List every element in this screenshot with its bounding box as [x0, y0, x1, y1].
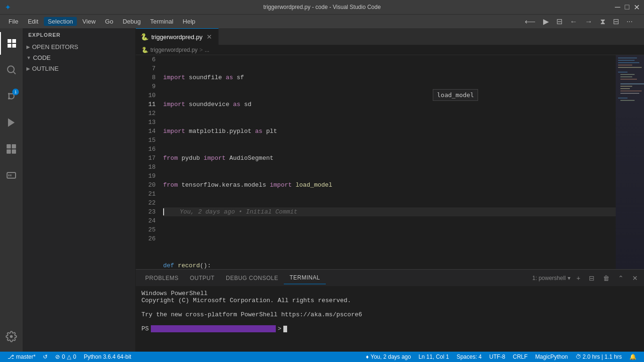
activity-source-control[interactable]: 1 [0, 85, 23, 107]
line-num-21: 21 [140, 189, 156, 198]
code-line-13: def record(): [163, 261, 616, 269]
minimize-button[interactable]: ─ [615, 4, 620, 10]
previous-change-button[interactable]: ← [567, 16, 580, 27]
code-line-7: import sounddevice as sd [163, 100, 616, 109]
close-button[interactable]: ✕ [634, 4, 639, 10]
panel-controls: 1: powershell ▾ + ⊟ 🗑 ⌃ ✕ [532, 273, 640, 283]
status-bar: ⎇ master* ↺ ⊘ 0 △ 0 Python 3.6.4 64-bit … [0, 352, 644, 362]
run-button[interactable]: ▶ [540, 16, 552, 27]
panel-tab-terminal[interactable]: TERMINAL [284, 272, 326, 284]
svg-rect-26 [620, 90, 642, 91]
split-editor-button[interactable]: ⊟ [610, 16, 622, 27]
source-control-badge: 1 [12, 89, 19, 95]
status-time[interactable]: ⏱ 2.0 hrs | 1.1 hrs [572, 352, 626, 362]
terminal-prompt: PS > [141, 325, 638, 332]
svg-rect-28 [618, 98, 627, 99]
eol-text: CRLF [513, 354, 528, 360]
status-spaces[interactable]: Spaces: 4 [453, 352, 485, 362]
vscode-icon: ✦ [5, 3, 11, 12]
status-errors[interactable]: ⊘ 0 △ 0 [51, 352, 80, 362]
terminal-selector[interactable]: 1: powershell ▾ [532, 275, 570, 281]
status-notifications[interactable]: 🔔 [626, 352, 640, 362]
toolbar-area: ⟵ ▶ ⊟ ← → ⧗ ⊟ ··· [522, 16, 639, 27]
line-num-20: 20 [140, 181, 156, 189]
main-layout: 1 EXPLORER ▶ OPEN EDITORS ▼ CODE ▶ OUTLI… [0, 28, 644, 352]
sidebar-section-outline[interactable]: ▶ OUTLINE [23, 63, 135, 74]
panel-tab-output[interactable]: OUTPUT [184, 272, 220, 284]
status-git-info[interactable]: ♦ You, 2 days ago [362, 352, 415, 362]
more-actions-button[interactable]: ··· [624, 16, 636, 27]
minimap[interactable] [616, 55, 644, 269]
kill-terminal-button[interactable]: 🗑 [601, 273, 612, 283]
editor-tab-active[interactable]: 🐍 triggerwordpred.py ✕ [136, 28, 219, 45]
panel-tab-problems[interactable]: PROBLEMS [140, 272, 184, 284]
sidebar: EXPLORER ▶ OPEN EDITORS ▼ CODE ▶ OUTLINE [23, 28, 136, 352]
new-terminal-button[interactable]: + [574, 273, 583, 283]
window-title: triggerwordpred.py - code - Visual Studi… [263, 4, 380, 10]
panel-tab-debug-console[interactable]: DEBUG CONSOLE [220, 272, 284, 284]
bell-icon: 🔔 [629, 354, 636, 360]
breadcrumb-ellipsis[interactable]: ... [205, 47, 209, 53]
status-eol[interactable]: CRLF [509, 352, 531, 362]
split-terminal-button[interactable]: ⊟ [586, 273, 597, 283]
status-ln-col[interactable]: Ln 11, Col 1 [415, 352, 453, 362]
menu-selection[interactable]: Selection [44, 17, 76, 26]
code-line-8: import matplotlib.pyplot as plt [163, 127, 616, 136]
status-branch[interactable]: ⎇ master* [4, 352, 39, 362]
menu-terminal[interactable]: Terminal [146, 17, 177, 26]
sidebar-section-open-editors[interactable]: ▶ OPEN EDITORS [23, 41, 135, 52]
status-language[interactable]: MagicPython [531, 352, 571, 362]
terminal-selector-chevron[interactable]: ▾ [568, 275, 570, 281]
menu-edit[interactable]: Edit [24, 17, 42, 26]
close-panel-button[interactable]: ✕ [630, 273, 640, 283]
status-encoding[interactable]: UTF-8 [486, 352, 509, 362]
ln-col-text: Ln 11, Col 1 [419, 354, 449, 360]
activity-explorer[interactable] [0, 32, 23, 55]
svg-rect-16 [618, 62, 639, 63]
line-num-16: 16 [140, 145, 156, 154]
status-python[interactable]: Python 3.6.4 64-bit [80, 352, 135, 362]
svg-rect-22 [620, 79, 637, 80]
next-change-button[interactable]: → [582, 16, 595, 27]
terminal-body[interactable]: Windows PowerShell Copyright (C) Microso… [136, 286, 644, 352]
code-editor[interactable]: import soundfile as sf import sounddevic… [159, 55, 616, 269]
menu-debug[interactable]: Debug [119, 17, 144, 26]
maximize-panel-button[interactable]: ⌃ [616, 273, 626, 283]
status-sync[interactable]: ↺ [39, 352, 51, 362]
tab-filename: triggerwordpred.py [151, 33, 202, 41]
line-numbers: 6 7 8 9 10 11 12 13 14 15 16 17 18 19 20… [136, 55, 159, 269]
svg-rect-8 [12, 144, 16, 148]
svg-rect-7 [7, 144, 11, 148]
activity-remote[interactable] [0, 164, 23, 187]
menu-file[interactable]: File [5, 17, 22, 26]
open-changes-button[interactable]: ⊟ [553, 16, 565, 27]
sidebar-section-code[interactable]: ▼ CODE [23, 52, 135, 63]
line-num-11: 11 [140, 100, 156, 109]
time-text: ⏱ 2.0 hrs | 1.1 hrs [576, 354, 622, 360]
svg-marker-6 [8, 118, 15, 127]
code-line-9: from pydub import AudioSegment [163, 154, 616, 163]
breadcrumb-filename[interactable]: triggerwordpred.py [150, 47, 198, 53]
menu-go[interactable]: Go [101, 17, 117, 26]
activity-run[interactable] [0, 111, 23, 134]
menu-view[interactable]: View [79, 17, 99, 26]
maximize-button[interactable]: □ [624, 4, 630, 10]
svg-rect-23 [620, 83, 644, 84]
tab-close-button[interactable]: ✕ [205, 33, 214, 41]
menu-help[interactable]: Help [179, 17, 199, 26]
line-num-22: 22 [140, 198, 156, 207]
error-icon: ⊘ [55, 354, 60, 360]
timeline-button[interactable]: ⧗ [597, 16, 608, 27]
go-back-button[interactable]: ⟵ [522, 16, 538, 27]
activity-search[interactable] [0, 58, 23, 81]
activity-settings[interactable] [0, 325, 23, 348]
line-num-23: 23 [140, 207, 156, 216]
svg-rect-20 [620, 74, 635, 75]
python-version: Python 3.6.4 64-bit [84, 354, 132, 360]
svg-rect-24 [620, 86, 632, 87]
activity-extensions[interactable] [0, 138, 23, 160]
sync-icon: ↺ [43, 354, 48, 360]
ps-path-highlight [151, 325, 276, 332]
line-num-12: 12 [140, 109, 156, 118]
terminal-selector-label[interactable]: 1: powershell [532, 275, 566, 281]
